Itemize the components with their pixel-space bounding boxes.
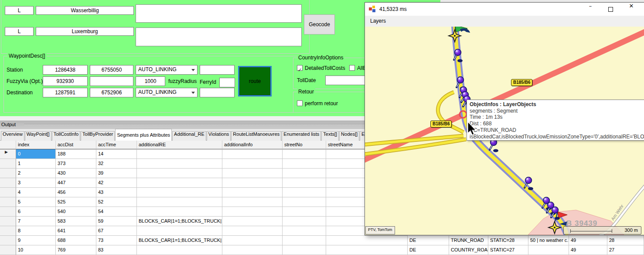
cell-accTime[interactable]: 59 [96, 217, 137, 226]
cell-index[interactable]: 10 [16, 245, 56, 255]
cell-extra[interactable]: DE [408, 245, 449, 255]
maximize-button[interactable] [603, 3, 618, 16]
cell-accTime[interactable]: 43 [96, 188, 137, 197]
cell-extra[interactable]: 49 [569, 245, 607, 255]
column-header[interactable]: additionalInfo [222, 141, 283, 149]
row-header[interactable]: ▶ [0, 149, 16, 159]
cell-streetNo[interactable] [283, 217, 326, 226]
cell-index[interactable]: 0 [16, 149, 56, 159]
cell-extra[interactable]: 49 [569, 236, 607, 245]
cell-extra[interactable]: DE [408, 236, 449, 245]
cell-additionalInfo[interactable] [222, 178, 283, 188]
cell-streetNo[interactable] [283, 236, 326, 245]
cell-extra[interactable]: 28 [607, 236, 644, 245]
cell-streetNo[interactable] [283, 188, 326, 197]
cell-additionalInfo[interactable] [222, 169, 283, 178]
cell-index[interactable]: 1 [16, 159, 56, 169]
cell-accDist[interactable]: 188 [56, 149, 96, 159]
cell-additionalRE[interactable] [137, 178, 222, 188]
cell-accTime[interactable]: 52 [96, 197, 137, 207]
cell-extra[interactable]: TRUNK_ROAD [449, 236, 488, 245]
minimize-button[interactable]: – [583, 3, 598, 16]
cell-additionalRE[interactable]: BLOCKS_CAR|1=1;BLOCKS_TRUCK|1=1 [137, 236, 222, 245]
cell-accTime[interactable]: 83 [96, 245, 137, 255]
cell-extra[interactable]: 50 | no weather c... [528, 236, 569, 245]
close-button[interactable]: ✕ [624, 3, 639, 16]
corner-header[interactable] [0, 141, 16, 149]
cell-additionalRE[interactable]: BLOCKS_CAR|1=1;BLOCKS_TRUCK|1=1 [137, 217, 222, 226]
cell-index[interactable]: 4 [16, 188, 56, 197]
cell-accDist[interactable]: 641 [56, 226, 96, 236]
column-header[interactable]: accTime [96, 141, 137, 149]
cell-index[interactable]: 8 [16, 226, 56, 236]
cell-extra[interactable]: STATIC=28 [488, 236, 528, 245]
cell-additionalRE[interactable] [137, 159, 222, 169]
cell-accDist[interactable]: 769 [56, 245, 96, 255]
cell-accDist[interactable]: 373 [56, 159, 96, 169]
cell-accDist[interactable]: 525 [56, 197, 96, 207]
map-canvas[interactable]: B185/B6 B185/B6 B 39439 Am Wehr PTV, Tom… [365, 27, 644, 235]
cell-streetNo[interactable] [283, 226, 326, 236]
cell-streetName[interactable] [326, 236, 408, 245]
row-header[interactable] [0, 197, 16, 207]
row-header[interactable] [0, 245, 16, 255]
cell-streetNo[interactable] [283, 178, 326, 188]
cell-accTime[interactable]: 42 [96, 178, 137, 188]
cell-additionalInfo[interactable] [222, 245, 283, 255]
cell-index[interactable]: 9 [16, 236, 56, 245]
cell-accTime[interactable]: 14 [96, 149, 137, 159]
cell-additionalInfo[interactable] [222, 236, 283, 245]
cell-additionalInfo[interactable] [222, 207, 283, 217]
cell-accDist[interactable]: 456 [56, 188, 96, 197]
cell-accTime[interactable]: 67 [96, 226, 137, 236]
cell-additionalRE[interactable] [137, 207, 222, 217]
column-header[interactable]: accDist [56, 141, 96, 149]
cell-streetNo[interactable] [283, 245, 326, 255]
cell-extra[interactable]: STATIC=27 [488, 245, 528, 255]
row-header[interactable] [0, 207, 16, 217]
cell-index[interactable]: 2 [16, 169, 56, 178]
cell-streetNo[interactable] [283, 197, 326, 207]
column-header[interactable]: index [16, 141, 56, 149]
cell-streetName[interactable] [326, 245, 408, 255]
cell-accTime[interactable]: 54 [96, 207, 137, 217]
cell-accDist[interactable]: 430 [56, 169, 96, 178]
row-header[interactable] [0, 159, 16, 169]
cell-additionalRE[interactable] [137, 197, 222, 207]
row-header[interactable] [0, 178, 16, 188]
cell-streetNo[interactable] [283, 159, 326, 169]
cell-index[interactable]: 3 [16, 178, 56, 188]
row-header[interactable] [0, 217, 16, 226]
cell-streetNo[interactable] [283, 149, 326, 159]
cell-index[interactable]: 5 [16, 197, 56, 207]
cell-streetNo[interactable] [283, 169, 326, 178]
cell-additionalInfo[interactable] [222, 149, 283, 159]
cell-additionalRE[interactable] [137, 149, 222, 159]
cell-index[interactable]: 7 [16, 217, 56, 226]
cell-accTime[interactable]: 32 [96, 159, 137, 169]
cell-additionalInfo[interactable] [222, 197, 283, 207]
row-header[interactable] [0, 226, 16, 236]
cell-additionalRE[interactable] [137, 226, 222, 236]
cell-streetNo[interactable] [283, 207, 326, 217]
cell-extra[interactable]: 27 [607, 245, 644, 255]
cell-accDist[interactable]: 447 [56, 178, 96, 188]
row-header[interactable] [0, 169, 16, 178]
cell-additionalInfo[interactable] [222, 159, 283, 169]
cell-accDist[interactable]: 540 [56, 207, 96, 217]
column-header[interactable]: streetNo [283, 141, 326, 149]
cell-index[interactable]: 6 [16, 207, 56, 217]
cell-accTime[interactable]: 39 [96, 169, 137, 178]
cell-extra[interactable]: COUNTRY_ROAD [449, 245, 488, 255]
row-header[interactable] [0, 236, 16, 245]
cell-additionalInfo[interactable] [222, 188, 283, 197]
cell-additionalInfo[interactable] [222, 217, 283, 226]
cell-extra[interactable] [528, 245, 569, 255]
window-titlebar[interactable]: 41,5323 ms – ✕ [365, 3, 644, 16]
cell-additionalInfo[interactable] [222, 226, 283, 236]
cell-additionalRE[interactable] [137, 188, 222, 197]
cell-accDist[interactable]: 583 [56, 217, 96, 226]
row-header[interactable] [0, 188, 16, 197]
cell-additionalRE[interactable] [137, 169, 222, 178]
cell-accTime[interactable]: 73 [96, 236, 137, 245]
